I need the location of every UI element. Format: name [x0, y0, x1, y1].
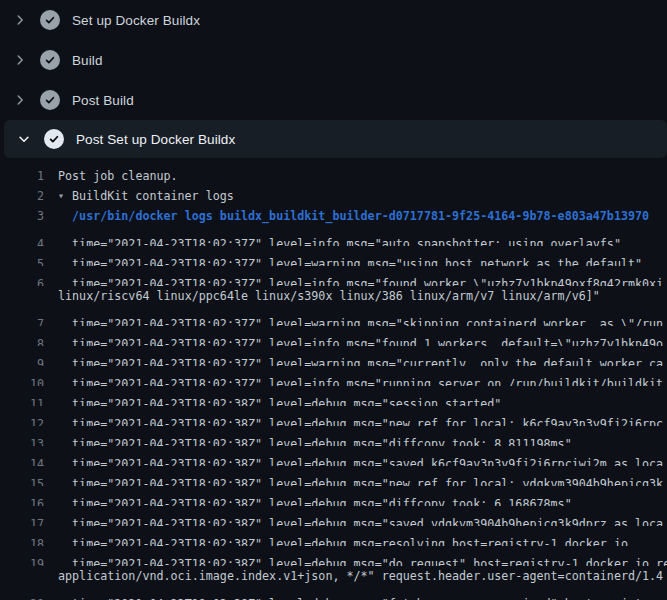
log-line: 19 time="2021-04-23T18:02:38Z" level=deb…: [0, 546, 667, 566]
step-row-build[interactable]: Build: [0, 40, 667, 80]
chevron-right-icon[interactable]: [12, 92, 28, 108]
log-line: 13 time="2021-04-23T18:02:38Z" level=deb…: [0, 426, 667, 446]
log-line-text: application/vnd.oci.image.index.v1+json,…: [44, 566, 667, 586]
log-line: 9 time="2021-04-23T18:02:37Z" level=warn…: [0, 346, 667, 366]
log-line: 16 time="2021-04-23T18:02:38Z" level=deb…: [0, 486, 667, 506]
checkmark-glyph: [44, 54, 56, 66]
log-line: 11 time="2021-04-23T18:02:38Z" level=deb…: [0, 386, 667, 406]
step-label: Post Set up Docker Buildx: [76, 132, 235, 147]
step-label: Set up Docker Buildx: [72, 13, 200, 28]
log-line: 1 Post job cleanup.: [0, 166, 667, 186]
steps-list: Set up Docker Buildx Build Post Build Po…: [0, 0, 667, 158]
log-line-text: time="2021-04-23T18:02:37Z" level=warnin…: [44, 254, 667, 266]
log-line-text: time="2021-04-23T18:02:37Z" level=info m…: [44, 374, 667, 386]
log-line-number[interactable]: 8: [0, 334, 44, 346]
log-line-text: Post job cleanup.: [44, 166, 667, 186]
log-line-text: time="2021-04-23T18:02:38Z" level=debug …: [44, 394, 667, 406]
log-line-text: time="2021-04-23T18:02:38Z" level=debug …: [44, 594, 667, 600]
log-line-text: time="2021-04-23T18:02:38Z" level=debug …: [44, 554, 667, 566]
step-row-post-set-up-docker-buildx[interactable]: Post Set up Docker Buildx: [4, 120, 667, 158]
step-label: Post Build: [72, 93, 134, 108]
log-line-number: [0, 286, 44, 306]
log-line-number[interactable]: 16: [0, 494, 44, 506]
log-line-number[interactable]: 18: [0, 534, 44, 546]
log-line-text: time="2021-04-23T18:02:37Z" level=warnin…: [44, 314, 667, 326]
log-line-number[interactable]: 13: [0, 434, 44, 446]
log-line: 17 time="2021-04-23T18:02:38Z" level=deb…: [0, 506, 667, 526]
chevron-right-icon[interactable]: [12, 12, 28, 28]
log-line-text: time="2021-04-23T18:02:37Z" level=info m…: [44, 334, 667, 346]
log-line-number[interactable]: 7: [0, 314, 44, 326]
log-line-text: time="2021-04-23T18:02:38Z" level=debug …: [44, 494, 667, 506]
log-line-number[interactable]: 15: [0, 474, 44, 486]
log-line: 18 time="2021-04-23T18:02:38Z" level=deb…: [0, 526, 667, 546]
step-row-post-build[interactable]: Post Build: [0, 80, 667, 120]
log-line-number[interactable]: 20: [0, 594, 44, 600]
log-line-text: ▾BuildKit container logs: [44, 186, 667, 206]
log-line-number[interactable]: 9: [0, 354, 44, 366]
log-line-number[interactable]: 14: [0, 454, 44, 466]
chevron-down-icon[interactable]: [16, 131, 32, 147]
log-line-text: time="2021-04-23T18:02:37Z" level=info m…: [44, 234, 667, 246]
log-line-text: /usr/bin/docker logs buildx_buildkit_bui…: [44, 206, 667, 226]
log-line: linux/riscv64 linux/ppc64le linux/s390x …: [0, 286, 667, 306]
chevron-right-icon[interactable]: [12, 52, 28, 68]
log-line: 14 time="2021-04-23T18:02:38Z" level=deb…: [0, 446, 667, 466]
log-line-text: time="2021-04-23T18:02:38Z" level=debug …: [44, 414, 667, 426]
log-line: 5 time="2021-04-23T18:02:37Z" level=warn…: [0, 246, 667, 266]
log-line-text: time="2021-04-23T18:02:38Z" level=debug …: [44, 434, 667, 446]
log-line-number[interactable]: 19: [0, 554, 44, 566]
log-line: 4 time="2021-04-23T18:02:37Z" level=info…: [0, 226, 667, 246]
log-line-text: time="2021-04-23T18:02:38Z" level=debug …: [44, 514, 667, 526]
group-title[interactable]: BuildKit container logs: [72, 189, 234, 203]
log-line: 6 time="2021-04-23T18:02:37Z" level=info…: [0, 266, 667, 286]
log-line: 7 time="2021-04-23T18:02:37Z" level=warn…: [0, 306, 667, 326]
log-line-number[interactable]: 6: [0, 274, 44, 286]
log-line: 10 time="2021-04-23T18:02:37Z" level=inf…: [0, 366, 667, 386]
log-line-number[interactable]: 5: [0, 254, 44, 266]
log-line-text: time="2021-04-23T18:02:37Z" level=info m…: [44, 274, 667, 286]
log-line-number[interactable]: 17: [0, 514, 44, 526]
step-label: Build: [72, 53, 103, 68]
log-line: 3 /usr/bin/docker logs buildx_buildkit_b…: [0, 206, 667, 226]
log-line-number[interactable]: 1: [0, 166, 44, 186]
log-container: 1 Post job cleanup. 2 ▾BuildKit containe…: [0, 158, 667, 600]
check-circle-icon: [44, 129, 64, 149]
check-circle-icon: [40, 90, 60, 110]
log-line: 12 time="2021-04-23T18:02:38Z" level=deb…: [0, 406, 667, 426]
log-line-text: time="2021-04-23T18:02:38Z" level=debug …: [44, 534, 667, 546]
log-line-number[interactable]: 10: [0, 374, 44, 386]
log-line: 2 ▾BuildKit container logs: [0, 186, 667, 206]
log-line-number[interactable]: 4: [0, 234, 44, 246]
log-line-text: linux/riscv64 linux/ppc64le linux/s390x …: [44, 286, 667, 306]
check-circle-icon: [40, 50, 60, 70]
checkmark-glyph: [44, 94, 56, 106]
checkmark-glyph: [44, 14, 56, 26]
log-line-text: time="2021-04-23T18:02:38Z" level=debug …: [44, 454, 667, 466]
log-line-number[interactable]: 2: [0, 186, 44, 206]
checkmark-glyph: [48, 133, 60, 145]
log-line-number[interactable]: 11: [0, 394, 44, 406]
log-line-number: [0, 566, 44, 586]
group-expand-triangle-icon[interactable]: ▾: [58, 186, 72, 206]
actions-log-viewer: Set up Docker Buildx Build Post Build Po…: [0, 0, 667, 600]
log-line: 8 time="2021-04-23T18:02:37Z" level=info…: [0, 326, 667, 346]
step-row-set-up-docker-buildx[interactable]: Set up Docker Buildx: [0, 0, 667, 40]
log-line-number[interactable]: 3: [0, 206, 44, 226]
log-line: 15 time="2021-04-23T18:02:38Z" level=deb…: [0, 466, 667, 486]
log-line: 20 time="2021-04-23T18:02:38Z" level=deb…: [0, 586, 667, 600]
log-line-text: time="2021-04-23T18:02:37Z" level=warnin…: [44, 354, 667, 366]
check-circle-icon: [40, 10, 60, 30]
log-line-number[interactable]: 12: [0, 414, 44, 426]
log-line-text: time="2021-04-23T18:02:38Z" level=debug …: [44, 474, 667, 486]
log-line: application/vnd.oci.image.index.v1+json,…: [0, 566, 667, 586]
